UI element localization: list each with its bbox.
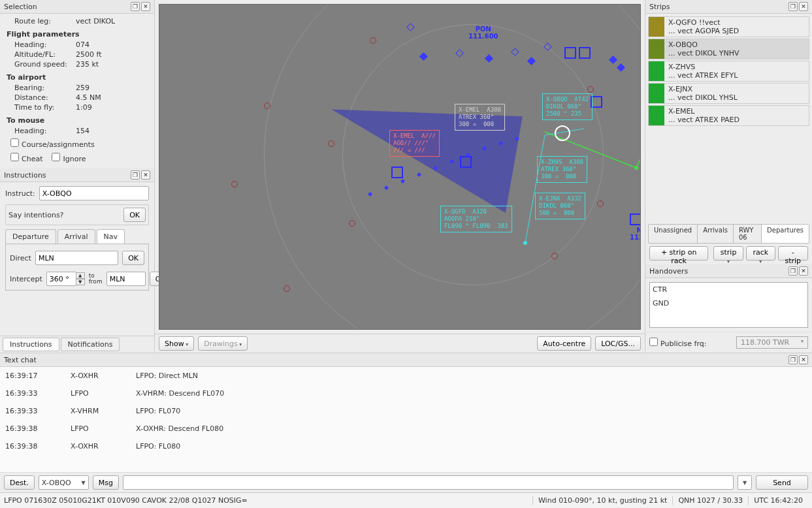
- spin-up-icon[interactable]: ▲: [76, 272, 85, 279]
- heading-value: 074: [76, 40, 89, 49]
- chat-history-dropdown[interactable]: ▼: [738, 475, 752, 490]
- tag-ejnx[interactable]: X-EJNX A332 DIKOL 068° 500 = 000: [535, 193, 585, 219]
- frequency-select[interactable]: 118.700 TWR ▾: [736, 336, 808, 349]
- close-icon[interactable]: ✕: [799, 266, 808, 276]
- svg-point-6: [523, 241, 527, 245]
- tab-instructions-bottom[interactable]: Instructions: [3, 338, 59, 351]
- chat-input[interactable]: [123, 475, 734, 490]
- tag-obqo[interactable]: X-OBQO AT42 DIKOL 068° 2500 ^ 235: [542, 93, 593, 120]
- msg-button[interactable]: Msg: [93, 475, 119, 490]
- gs-value: 235 kt: [76, 60, 99, 69]
- dest-button[interactable]: Dest.: [4, 475, 35, 490]
- intercept-fix-input[interactable]: [106, 272, 146, 286]
- route-leg-value: vect DIKOL: [76, 17, 115, 25]
- alt-value: 2500 ft: [76, 50, 101, 59]
- say-intentions-ok-button[interactable]: OK: [123, 208, 146, 222]
- chat-row: 16:39:38LFPOX-OXHR: Descend FL080: [0, 420, 812, 437]
- svg-point-3: [634, 166, 638, 170]
- bearing-label: Bearing:: [14, 84, 71, 92]
- chat-msg: X-VHRM: Descend FL070: [136, 389, 807, 398]
- handovers-title: Handovers ❐ ✕: [645, 264, 812, 278]
- chat-msg: LFPO: FL070: [136, 407, 807, 415]
- ttf-label: Time to fly:: [14, 103, 71, 112]
- add-strip-button[interactable]: + strip on rack: [649, 246, 708, 261]
- rack-dropdown[interactable]: rack: [746, 246, 775, 261]
- status-wind: Wind 010-090°, 10 kt, gusting 21 kt: [532, 496, 672, 505]
- to-mouse-header: To mouse: [7, 112, 148, 126]
- strip-item[interactable]: X-EMEL... vect ATREX PAED: [648, 105, 809, 126]
- intercept-spinner[interactable]: ▲▼: [46, 272, 85, 286]
- selection-panel: Route leg:vect DIKOL Flight parameters H…: [0, 14, 154, 168]
- restore-icon[interactable]: ❐: [788, 2, 798, 11]
- restore-icon[interactable]: ❐: [131, 170, 140, 180]
- svg-line-0: [636, 106, 641, 168]
- spin-down-icon[interactable]: ▼: [76, 279, 85, 285]
- cheat-checkbox[interactable]: Cheat: [10, 153, 42, 163]
- remove-strip-button[interactable]: - strip: [778, 246, 808, 261]
- course-checkbox[interactable]: Course/assignments: [10, 138, 95, 149]
- publicise-checkbox[interactable]: Publicise frq:: [649, 338, 707, 348]
- close-icon[interactable]: ✕: [799, 355, 808, 364]
- tab-departures[interactable]: Departures: [762, 225, 809, 243]
- strip-route: ... vect AGOPA SJED: [668, 27, 805, 35]
- tag-emel-warn[interactable]: X-EMEL A/// AGO// ///° /// = ///: [389, 130, 440, 157]
- instruct-label: Instruct:: [5, 189, 35, 198]
- instructions-panel: Instruct: Say intentions? OK Departure A…: [0, 182, 154, 294]
- strip-callsign: X-EMEL: [668, 107, 805, 116]
- tag-zhvs[interactable]: X-ZHVS A388 ATREX 360° 300 = 000: [537, 156, 587, 183]
- strip-item[interactable]: X-OBQO... vect DIKOL YNHV: [648, 39, 809, 59]
- intercept-value-input[interactable]: [46, 272, 76, 286]
- restore-icon[interactable]: ❐: [788, 355, 798, 364]
- dest-combo[interactable]: X-OBQO▼: [39, 475, 89, 490]
- strip-item[interactable]: X-EJNX... vect DIKOL YHSL: [648, 83, 809, 104]
- tab-arrival[interactable]: Arrival: [57, 229, 95, 244]
- strip-item[interactable]: X-QGFO !!vect... vect AGOPA SJED: [648, 16, 809, 37]
- restore-icon[interactable]: ❐: [131, 2, 140, 11]
- direct-ok-button[interactable]: OK: [122, 251, 144, 265]
- strips-title: Strips ❐ ✕: [645, 0, 812, 14]
- send-button[interactable]: Send: [756, 475, 808, 490]
- tab-rwy[interactable]: RWY 06: [734, 225, 762, 243]
- handovers-title-text: Handovers: [649, 267, 688, 276]
- strip-callsign: X-EJNX: [668, 85, 805, 93]
- selection-title-text: Selection: [4, 3, 37, 11]
- close-icon[interactable]: ✕: [799, 2, 808, 11]
- chat-list[interactable]: 16:39:17X-OXHRLFPO: Direct MLN16:39:33LF…: [0, 367, 812, 472]
- strip-dropdown[interactable]: strip: [713, 246, 743, 261]
- tab-notifications-bottom[interactable]: Notifications: [61, 338, 120, 351]
- tab-departure[interactable]: Departure: [5, 229, 56, 244]
- cursor-ring: [555, 125, 570, 141]
- strip-color: [649, 61, 664, 81]
- chat-msg: X-OXHR: Descend FL080: [136, 424, 807, 433]
- bearing-value: 259: [76, 84, 89, 92]
- course-checkbox-label: Course/assignments: [22, 140, 95, 149]
- selection-title: Selection ❐ ✕: [0, 0, 154, 14]
- ignore-checkbox[interactable]: Ignore: [52, 153, 86, 163]
- close-icon[interactable]: ✕: [141, 2, 150, 11]
- autocentre-button[interactable]: Auto-centre: [537, 336, 591, 351]
- mouse-hdg-label: Heading:: [14, 127, 71, 135]
- show-dropdown[interactable]: Show: [159, 336, 194, 351]
- strips-title-text: Strips: [649, 3, 670, 11]
- strip-color: [649, 84, 664, 103]
- handovers-list[interactable]: CTR GND: [649, 282, 808, 328]
- close-icon[interactable]: ✕: [141, 170, 150, 180]
- instruct-input[interactable]: [39, 186, 149, 200]
- to-airport-header: To airport: [7, 69, 148, 83]
- tab-unassigned[interactable]: Unassigned: [649, 225, 698, 243]
- tab-nav[interactable]: Nav: [97, 229, 125, 244]
- tag-emel[interactable]: X-EMEL A388 ATREX 360° 300 = 000: [455, 104, 505, 131]
- tag-qgfo[interactable]: X-QGFO A320 AGOPA 210° FL090 ^ FL090 383: [440, 206, 512, 232]
- strip-rack-tabs: Unassigned Arrivals RWY 06 Departures: [648, 224, 809, 244]
- radar-scope[interactable]: PON 111.600 MLN 113.600: [159, 4, 641, 330]
- chat-row: 16:39:33LFPOX-VHRM: Descend FL070: [0, 385, 812, 402]
- restore-icon[interactable]: ❐: [788, 266, 798, 276]
- intercept-label: Intercept: [10, 275, 42, 283]
- direct-input[interactable]: [35, 251, 118, 265]
- strip-item[interactable]: X-ZHVS... vect ATREX EFYL: [648, 61, 809, 82]
- drawings-dropdown[interactable]: Drawings: [198, 336, 248, 351]
- chat-msg: LFPO: Direct MLN: [136, 372, 807, 380]
- tab-arrivals[interactable]: Arrivals: [698, 225, 734, 243]
- chat-time: 16:39:33: [5, 389, 71, 398]
- locgs-button[interactable]: LOC/GS...: [595, 336, 641, 351]
